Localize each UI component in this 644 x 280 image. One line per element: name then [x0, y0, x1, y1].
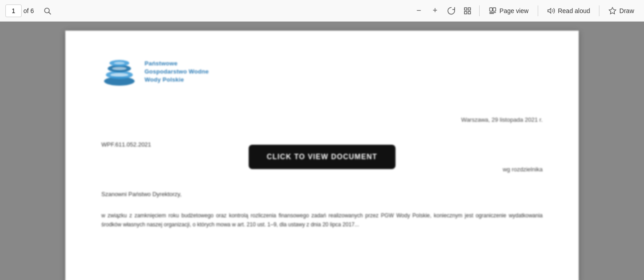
- draw-button[interactable]: Draw: [604, 4, 639, 18]
- svg-rect-6: [490, 8, 492, 11]
- page-of-label: of 6: [23, 7, 34, 14]
- zoom-in-button[interactable]: +: [428, 4, 442, 18]
- search-button[interactable]: [40, 4, 54, 18]
- svg-rect-2: [464, 8, 467, 10]
- pdf-viewer[interactable]: Państwowe Gospodarstwo Wodne Wody Polski…: [0, 22, 644, 280]
- svg-point-15: [112, 67, 127, 70]
- reset-zoom-icon: [447, 7, 455, 15]
- svg-rect-3: [468, 8, 471, 10]
- page-input-wrap: of 6: [5, 5, 37, 17]
- svg-line-1: [49, 12, 51, 14]
- read-aloud-icon: [547, 7, 555, 15]
- read-aloud-label: Read aloud: [558, 7, 590, 14]
- draw-icon: [608, 7, 617, 15]
- search-icon: [43, 7, 51, 15]
- logo-area: Państwowe Gospodarstwo Wodne Wody Polski…: [101, 53, 543, 89]
- logo-line-2: Gospodarstwo Wodne: [145, 68, 209, 75]
- draw-label: Draw: [619, 7, 634, 14]
- body-text: w związku z zamknięciem roku budżetowego…: [101, 211, 543, 230]
- separator-1: [479, 5, 480, 16]
- zoom-out-icon: −: [417, 6, 422, 15]
- page-number-input[interactable]: [5, 5, 22, 17]
- logo-line-1: Państwowe: [145, 60, 209, 67]
- separator-3: [599, 5, 599, 16]
- view-document-button[interactable]: CLICK TO VIEW DOCUMENT: [249, 145, 395, 169]
- zoom-out-button[interactable]: −: [412, 4, 426, 18]
- reset-zoom-button[interactable]: [444, 4, 458, 18]
- subject-line: Szanowni Państwo Dyrektorzy,: [101, 191, 543, 197]
- page-view-button[interactable]: Page view: [484, 4, 533, 18]
- svg-rect-7: [493, 8, 496, 11]
- fit-page-button[interactable]: [460, 4, 475, 18]
- organization-logo: [101, 53, 137, 89]
- svg-point-13: [110, 73, 128, 77]
- svg-marker-10: [609, 7, 616, 14]
- date-line: Warszawa, 29 listopada 2021 r.: [101, 116, 543, 123]
- page-view-label: Page view: [499, 7, 529, 14]
- toolbar-right: − + Pa: [412, 4, 639, 18]
- svg-rect-4: [464, 11, 467, 14]
- pdf-page: Państwowe Gospodarstwo Wodne Wody Polski…: [65, 31, 579, 280]
- logo-line-3: Wody Polskie: [145, 76, 209, 83]
- read-aloud-button[interactable]: Read aloud: [543, 4, 595, 18]
- logo-text-lines: Państwowe Gospodarstwo Wodne Wody Polski…: [145, 60, 209, 83]
- zoom-in-icon: +: [433, 6, 438, 15]
- toolbar: of 6 − +: [0, 0, 644, 22]
- separator-2: [538, 5, 538, 16]
- svg-point-17: [114, 62, 125, 64]
- fit-page-icon: [463, 7, 472, 15]
- svg-rect-5: [468, 11, 471, 14]
- page-view-icon: [489, 7, 497, 15]
